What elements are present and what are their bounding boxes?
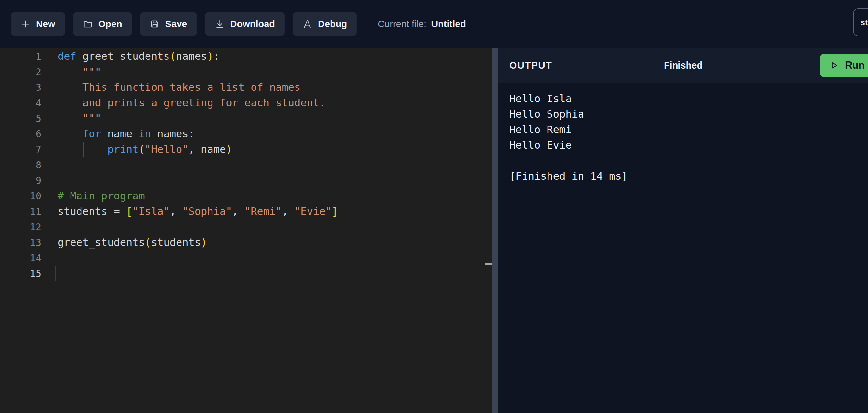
- code-line-content: """: [41, 64, 101, 79]
- folder-icon: [83, 19, 93, 29]
- new-button[interactable]: New: [11, 12, 65, 36]
- line-number: 5: [0, 113, 41, 124]
- output-line: Hello Remi: [509, 122, 868, 137]
- line-number: 10: [0, 190, 41, 202]
- output-line: Hello Evie: [509, 137, 868, 153]
- code-line-content: and prints a greeting for each student.: [41, 95, 326, 110]
- code-line: 14: [0, 250, 492, 266]
- code-line-content: def greet_students(names):: [41, 48, 220, 64]
- code-line-content: # Main program: [41, 188, 145, 204]
- toolbar-button-label: Save: [165, 19, 187, 29]
- line-number: 12: [0, 221, 41, 233]
- toolbar-button-label: Open: [98, 19, 122, 29]
- open-button[interactable]: Open: [73, 12, 132, 36]
- code-line: 8: [0, 157, 492, 173]
- output-header: OUTPUT Finished Run: [498, 48, 868, 83]
- line-number: 2: [0, 66, 41, 77]
- play-icon: [829, 61, 839, 70]
- output-line: Hello Sophia: [509, 106, 868, 122]
- debug-icon: [302, 19, 312, 29]
- toolbar: NewOpenSaveDownloadDebug Current file: U…: [0, 0, 868, 48]
- code-lines: 1def greet_students(names):2 """3 This f…: [0, 48, 492, 281]
- panel-resize-divider[interactable]: [492, 48, 498, 413]
- code-line-content: print("Hello", name): [41, 142, 232, 157]
- code-line: 11students = ["Isla", "Sophia", "Remi", …: [0, 204, 492, 219]
- line-number: 9: [0, 175, 41, 186]
- app-root: { "toolbar": { "buttons": [ { "name": "n…: [0, 0, 868, 413]
- line-number: 14: [0, 252, 41, 264]
- current-file-value: Untitled: [431, 19, 466, 29]
- code-line: 4 and prints a greeting for each student…: [0, 95, 492, 110]
- line-number: 7: [0, 144, 41, 155]
- line-number: 1: [0, 51, 41, 62]
- code-line: 10# Main program: [0, 188, 492, 204]
- line-number: 13: [0, 237, 41, 248]
- line-number: 4: [0, 97, 41, 109]
- code-line: 13greet_students(students): [0, 235, 492, 250]
- code-line-content: students = ["Isla", "Sophia", "Remi", "E…: [41, 204, 338, 219]
- code-line: 1def greet_students(names):: [0, 48, 492, 64]
- code-line: 9: [0, 173, 492, 188]
- clipped-toolbar-button[interactable]: stu: [853, 8, 868, 36]
- line-number: 15: [0, 268, 41, 279]
- code-line: 3 This function takes a list of names: [0, 79, 492, 95]
- output-line: Hello Isla: [509, 91, 868, 106]
- code-line-content: greet_students(students): [41, 235, 207, 250]
- save-button[interactable]: Save: [140, 12, 197, 36]
- line-number: 11: [0, 206, 41, 217]
- save-icon: [150, 19, 160, 29]
- line-number: 6: [0, 128, 41, 140]
- code-line: 7 print("Hello", name): [0, 142, 492, 157]
- output-line: [Finished in 14 ms]: [509, 168, 868, 184]
- current-file-label: Current file:: [378, 19, 426, 29]
- code-line: 5 """: [0, 110, 492, 126]
- scrollbar-thumb[interactable]: [485, 263, 492, 265]
- current-file: Current file: Untitled: [378, 19, 466, 29]
- plus-icon: [20, 19, 30, 29]
- code-line-content: for name in names:: [41, 126, 195, 142]
- code-line: 6 for name in names:: [0, 126, 492, 142]
- run-button-label: Run: [845, 60, 864, 71]
- download-button[interactable]: Download: [205, 12, 285, 36]
- toolbar-button-label: Download: [230, 19, 275, 29]
- clipped-toolbar-button-label: stu: [861, 18, 868, 27]
- code-line-content: """: [41, 110, 101, 126]
- code-line: 2 """: [0, 64, 492, 79]
- code-line: 12: [0, 219, 492, 235]
- debug-button[interactable]: Debug: [293, 12, 357, 36]
- output-panel: OUTPUT Finished Run Hello IslaHello Soph…: [498, 48, 868, 413]
- scrollbar-track-line: [485, 48, 485, 413]
- line-number: 8: [0, 159, 41, 171]
- run-button[interactable]: Run: [820, 54, 868, 77]
- current-line-highlight: [55, 266, 485, 281]
- download-icon: [215, 19, 225, 29]
- toolbar-button-label: Debug: [318, 19, 347, 29]
- toolbar-button-label: New: [36, 19, 55, 29]
- indent-guide-level1: [59, 64, 59, 157]
- output-line: [509, 153, 868, 168]
- indent-guide-level2: [84, 142, 84, 157]
- run-status-badge: Finished: [498, 48, 868, 83]
- code-line-content: This function takes a list of names: [41, 79, 301, 95]
- line-number: 3: [0, 82, 41, 93]
- code-editor[interactable]: 1def greet_students(names):2 """3 This f…: [0, 48, 492, 413]
- output-console: Hello IslaHello SophiaHello RemiHello Ev…: [498, 83, 868, 184]
